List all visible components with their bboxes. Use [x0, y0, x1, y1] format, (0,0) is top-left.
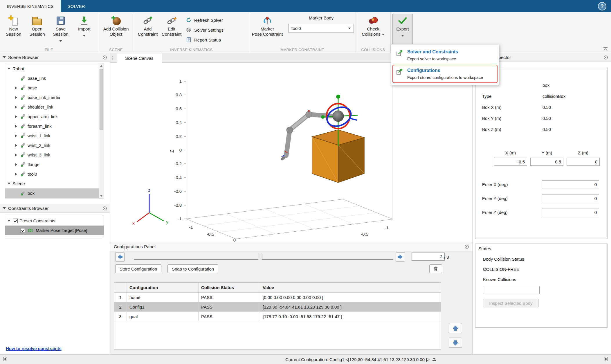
- previous-configuration-button[interactable]: [115, 252, 125, 262]
- solver-settings-button[interactable]: Solver Settings: [186, 26, 224, 33]
- expand-icon[interactable]: [15, 115, 17, 118]
- ribbon-tab[interactable]: INVERSE KINEMATICS: [0, 0, 61, 12]
- collapse-icon[interactable]: [8, 220, 10, 222]
- expand-icon[interactable]: [15, 106, 17, 109]
- add-constraint-button[interactable]: Add Constraint: [136, 14, 160, 45]
- expand-icon[interactable]: [15, 154, 17, 156]
- configuration-value: [0.00 0.00 0.00 0.00 0.00 0.00 ]: [260, 293, 441, 302]
- tree-item[interactable]: box: [5, 188, 99, 198]
- configuration-slider-handle[interactable]: [258, 254, 262, 260]
- y-position-input[interactable]: [530, 158, 563, 166]
- configuration-row[interactable]: 2 Config1 PASS [129.30 -54.84 41.61 13.2…: [114, 302, 441, 312]
- expand-icon[interactable]: [15, 96, 17, 99]
- collapse-icon[interactable]: [8, 68, 10, 70]
- euler-x-input[interactable]: [542, 180, 599, 188]
- delete-configuration-button[interactable]: [429, 264, 442, 273]
- snap-to-configuration-button[interactable]: Snap to Configuration: [167, 264, 218, 273]
- next-configuration-button[interactable]: [396, 252, 405, 262]
- configuration-row[interactable]: 3 goal PASS [178.77 0.10 -0.00 -51.58 17…: [114, 312, 441, 321]
- tree-item[interactable]: upper_arm_link: [5, 112, 99, 121]
- move-configuration-up-button[interactable]: [449, 323, 462, 333]
- tree-item[interactable]: wrist_1_link: [5, 131, 99, 140]
- ribbon-tab[interactable]: SOLVER: [61, 0, 92, 12]
- scene-canvas-tab[interactable]: Scene Canvas: [117, 53, 162, 63]
- import-button[interactable]: Import: [73, 14, 96, 45]
- open-session-button[interactable]: Open Session: [25, 14, 49, 45]
- collapse-panel-icon[interactable]: [3, 56, 6, 58]
- new-session-button[interactable]: New Session: [2, 14, 25, 45]
- tree-item[interactable]: Scene: [5, 179, 99, 188]
- tree-item[interactable]: base_link_inertia: [5, 93, 99, 102]
- import-dropdown-icon[interactable]: [83, 35, 86, 37]
- tree-item[interactable]: base_link: [5, 73, 99, 83]
- tree-item[interactable]: shoulder_link: [5, 102, 99, 112]
- configuration-row[interactable]: 1 home PASS [0.00 0.00 0.00 0.00 0.00 0.…: [114, 293, 441, 302]
- configurations-panel-title: Configurations Panel: [114, 244, 156, 249]
- euler-z-input[interactable]: [542, 208, 599, 216]
- save-session-button[interactable]: Save Session: [49, 14, 73, 45]
- configuration-index-input[interactable]: [412, 253, 445, 261]
- export-menu-item[interactable]: Solver and Constraints Export solver to …: [392, 46, 498, 64]
- report-status-button[interactable]: Report Status: [186, 36, 224, 43]
- expand-icon[interactable]: [15, 163, 17, 166]
- scroll-up-icon[interactable]: [99, 64, 104, 68]
- expand-icon[interactable]: [15, 173, 17, 176]
- tree-item[interactable]: base: [5, 83, 99, 93]
- tree-item[interactable]: Robot: [5, 64, 99, 73]
- export-button[interactable]: Export: [392, 14, 413, 45]
- x-position-input[interactable]: [494, 158, 527, 166]
- constraint-checkbox[interactable]: [21, 228, 25, 233]
- panel-options-icon[interactable]: [464, 244, 469, 249]
- column-header-configuration[interactable]: Configuration: [127, 283, 199, 292]
- expand-icon[interactable]: [15, 87, 17, 89]
- help-button[interactable]: ?: [598, 2, 606, 10]
- expand-icon[interactable]: [15, 134, 17, 137]
- export-menu-item[interactable]: Configurations Export stored configurati…: [392, 65, 498, 83]
- add-constraint-icon: [143, 15, 153, 26]
- scroll-down-icon[interactable]: [99, 194, 104, 198]
- edit-constraint-button[interactable]: Edit Constraint: [160, 14, 183, 45]
- collapse-toolstrip-icon[interactable]: [603, 47, 608, 51]
- go-to-first-icon[interactable]: [3, 357, 6, 361]
- add-collision-object-button[interactable]: Add Collision Object: [100, 14, 132, 45]
- column-header-collision-status[interactable]: Collision Status: [199, 283, 260, 292]
- constraint-checkbox[interactable]: [13, 219, 18, 223]
- collapse-icon[interactable]: [8, 183, 10, 185]
- z-position-input[interactable]: [567, 158, 600, 166]
- store-configuration-button[interactable]: Store Configuration: [115, 264, 161, 273]
- marker-pose-constraint-button[interactable]: Marker Pose Constraint: [251, 14, 284, 45]
- tree-item[interactable]: wrist_3_link: [5, 150, 99, 160]
- panel-options-icon[interactable]: [603, 55, 608, 60]
- scrollbar-thumb[interactable]: [100, 69, 103, 130]
- column-header-value[interactable]: Value: [260, 283, 441, 292]
- collapse-panel-icon[interactable]: [3, 207, 6, 209]
- expand-icon[interactable]: [15, 144, 17, 147]
- box-y-value: 0.50: [542, 116, 551, 121]
- panel-options-icon[interactable]: [102, 206, 107, 211]
- configuration-dropdown-icon[interactable]: [432, 358, 436, 361]
- tree-item[interactable]: tool0: [5, 169, 99, 179]
- tree-item[interactable]: flange: [5, 160, 99, 169]
- known-collisions-input[interactable]: [483, 286, 540, 294]
- expand-icon[interactable]: [15, 125, 17, 128]
- refresh-solver-button[interactable]: Refresh Solver: [186, 17, 224, 24]
- tree-scrollbar[interactable]: [99, 63, 104, 199]
- panel-options-icon[interactable]: [102, 55, 107, 60]
- marker-body-dropdown[interactable]: tool0: [289, 24, 354, 33]
- go-to-last-icon[interactable]: [605, 357, 608, 361]
- inspect-selected-body-button[interactable]: Inspect Selected Body: [483, 299, 539, 307]
- constraint-item[interactable]: Preset Constraints: [5, 216, 104, 226]
- scene-3d-view[interactable]: 1 0.8 0.6 0.4 0.2 0 -0.2 -0.4 -0.6 -0.8 …: [110, 63, 473, 242]
- save-session-dropdown-icon[interactable]: [59, 40, 62, 42]
- check-collisions-button[interactable]: Check Collisions: [358, 14, 388, 45]
- configuration-slider[interactable]: [134, 259, 393, 260]
- tree-item[interactable]: forearm_link: [5, 121, 99, 131]
- scene-canvas[interactable]: 1 0.8 0.6 0.4 0.2 0 -0.2 -0.4 -0.6 -0.8 …: [110, 63, 473, 242]
- constraint-item[interactable]: Marker Pose Target [Pose]: [5, 226, 104, 235]
- robot-link-icon: [19, 85, 26, 91]
- move-configuration-down-button[interactable]: [449, 338, 462, 348]
- tree-item[interactable]: wrist_2_link: [5, 140, 99, 150]
- euler-y-input[interactable]: [542, 194, 599, 202]
- resolve-constraints-link[interactable]: How to resolve constraints: [6, 346, 62, 351]
- column-header-index[interactable]: [114, 283, 127, 292]
